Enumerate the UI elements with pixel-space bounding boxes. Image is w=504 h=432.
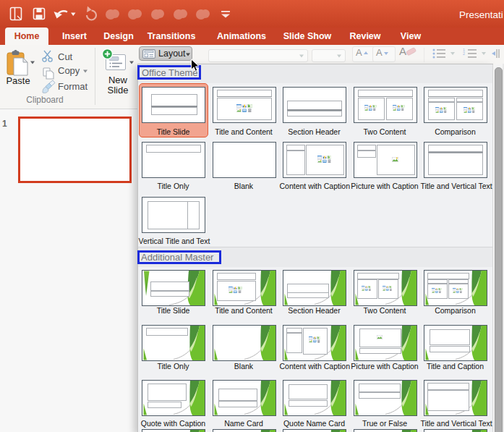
svg-text:2: 2 bbox=[463, 51, 465, 56]
